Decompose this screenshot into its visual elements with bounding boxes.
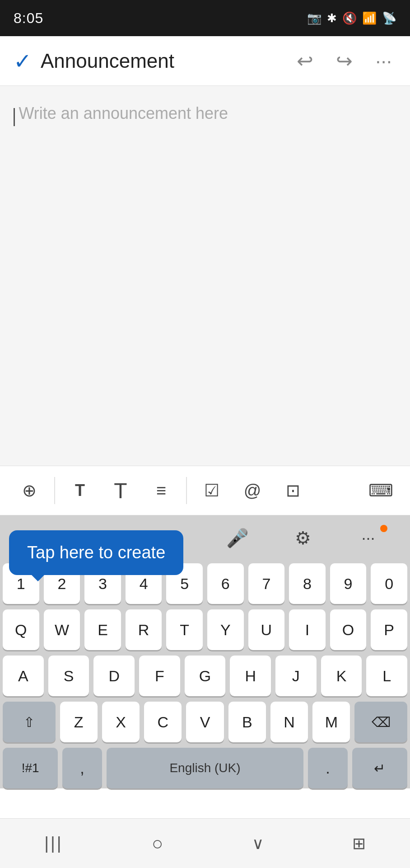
grid-button[interactable]: ⊞ — [339, 830, 379, 858]
nav-bar: ||| ○ ∨ ⊞ — [0, 818, 410, 868]
status-time: 8:05 — [14, 10, 43, 27]
key-u[interactable]: U — [248, 609, 285, 650]
key-w[interactable]: W — [44, 609, 80, 650]
key-r[interactable]: R — [126, 609, 162, 650]
key-8[interactable]: 8 — [289, 563, 326, 604]
mention-button[interactable]: @ — [232, 472, 273, 509]
key-h[interactable]: H — [230, 656, 271, 696]
divider-2 — [186, 477, 187, 504]
more-icon: ··· — [362, 528, 375, 547]
announcement-placeholder: Write an announcement here — [19, 104, 228, 123]
key-g[interactable]: G — [185, 656, 226, 696]
page-title: Announcement — [41, 50, 292, 72]
text-cursor — [14, 108, 15, 126]
key-q[interactable]: Q — [3, 609, 39, 650]
key-d[interactable]: D — [93, 656, 135, 696]
key-t[interactable]: T — [166, 609, 203, 650]
format-toolbar: ⊕ T T ≡ ☑ @ ⊡ ⌨ — [0, 466, 410, 515]
divider-1 — [54, 477, 55, 504]
key-b[interactable]: B — [228, 702, 266, 742]
bluetooth-icon: ✱ — [327, 11, 337, 25]
key-a[interactable]: A — [3, 656, 44, 696]
text-style-button[interactable]: T — [60, 472, 100, 509]
back-button[interactable]: ||| — [31, 829, 77, 858]
add-button[interactable]: ⊕ — [9, 472, 50, 509]
mute-icon: 🔇 — [342, 11, 357, 25]
notification-badge — [380, 525, 387, 532]
signal-icon: 📡 — [382, 11, 396, 25]
key-s[interactable]: S — [48, 656, 89, 696]
checkbox-button[interactable]: ☑ — [191, 472, 232, 509]
status-bar: 8:05 📷 ✱ 🔇 📶 📡 — [0, 0, 410, 36]
key-e[interactable]: E — [84, 609, 121, 650]
keyboard-more-button[interactable]: ··· — [346, 521, 391, 555]
camera-icon: 📷 — [307, 11, 321, 25]
key-j[interactable]: J — [275, 656, 317, 696]
key-9[interactable]: 9 — [330, 563, 367, 604]
keyboard-toggle-button[interactable]: ⌨ — [360, 472, 401, 509]
recents-button[interactable]: ∨ — [238, 830, 277, 858]
bottom-row: !#1 , English (UK) . ↵ — [3, 748, 407, 788]
redo-button[interactable]: ↪ — [331, 45, 357, 77]
content-area[interactable]: Write an announcement here — [0, 86, 410, 466]
key-c[interactable]: C — [144, 702, 182, 742]
key-z[interactable]: Z — [60, 702, 98, 742]
more-options-button[interactable]: ··· — [371, 45, 396, 77]
key-y[interactable]: Y — [207, 609, 244, 650]
key-0[interactable]: 0 — [371, 563, 407, 604]
mic-button[interactable]: 🎤 — [215, 521, 260, 555]
enter-key[interactable]: ↵ — [352, 748, 407, 788]
toolbar-actions: ↩ ↪ ··· — [292, 45, 396, 77]
key-6[interactable]: 6 — [207, 563, 244, 604]
align-button[interactable]: ≡ — [141, 472, 182, 509]
mic-icon: 🎤 — [226, 528, 249, 549]
key-k[interactable]: K — [321, 656, 362, 696]
top-toolbar: ✓ Announcement ↩ ↪ ··· — [0, 36, 410, 86]
image-button[interactable]: ⊡ — [273, 472, 313, 509]
key-i[interactable]: I — [289, 609, 326, 650]
status-icons: 📷 ✱ 🔇 📶 📡 — [307, 11, 396, 25]
key-f[interactable]: F — [139, 656, 180, 696]
key-n[interactable]: N — [270, 702, 308, 742]
key-x[interactable]: X — [102, 702, 140, 742]
settings-icon: ⚙ — [295, 528, 311, 548]
settings-button[interactable]: ⚙ — [280, 521, 326, 555]
undo-button[interactable]: ↩ — [292, 45, 318, 77]
keyboard-area: 1 2 3 4 5 6 7 8 9 0 Q W E R T Y U I O P … — [0, 561, 410, 788]
key-l[interactable]: L — [366, 656, 407, 696]
key-p[interactable]: P — [371, 609, 407, 650]
space-key[interactable]: English (UK) — [107, 748, 304, 788]
period-key[interactable]: . — [308, 748, 347, 788]
asdf-row: A S D F G H J K L — [3, 656, 407, 696]
key-m[interactable]: M — [312, 702, 350, 742]
symbols-key[interactable]: !#1 — [3, 748, 58, 788]
backspace-key[interactable]: ⌫ — [354, 702, 407, 742]
key-o[interactable]: O — [330, 609, 367, 650]
check-icon[interactable]: ✓ — [14, 48, 32, 74]
home-button[interactable]: ○ — [138, 828, 177, 859]
comma-key[interactable]: , — [62, 748, 102, 788]
tooltip-bubble[interactable]: Tap here to create — [9, 530, 183, 575]
key-7[interactable]: 7 — [248, 563, 285, 604]
key-v[interactable]: V — [186, 702, 224, 742]
zxcv-row: Tap here to create ⇧ Z X C V B N M ⌫ — [3, 702, 407, 742]
qwerty-row: Q W E R T Y U I O P — [3, 609, 407, 650]
shift-key[interactable]: ⇧ — [3, 702, 56, 742]
wifi-icon: 📶 — [362, 11, 377, 25]
text-size-button[interactable]: T — [100, 472, 141, 509]
